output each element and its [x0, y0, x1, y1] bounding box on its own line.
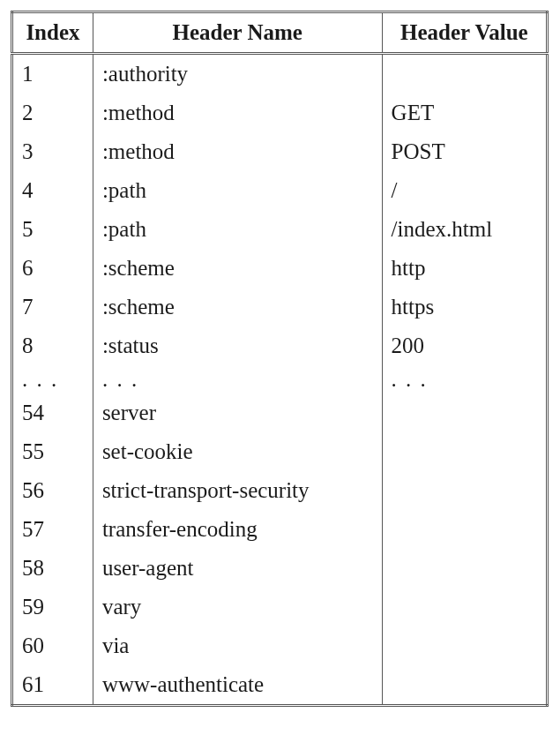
cell-header-value: [382, 394, 547, 432]
cell-index: . . .: [12, 365, 93, 394]
cell-header-value: [382, 626, 547, 665]
cell-index: 54: [12, 394, 93, 432]
cell-index: 8: [12, 326, 93, 365]
cell-header-name: vary: [93, 588, 382, 626]
table-row: 4:path/: [12, 171, 548, 210]
cell-header-value: [382, 665, 547, 706]
cell-index: 6: [12, 249, 93, 288]
table-row: . . . . . .. . .: [12, 365, 548, 394]
header-index: Index: [12, 12, 93, 54]
cell-index: 2: [12, 94, 93, 132]
cell-header-value: https: [382, 288, 547, 326]
cell-header-name: server: [93, 394, 382, 432]
table-row: 60via: [12, 626, 548, 665]
cell-index: 56: [12, 471, 93, 510]
static-header-table: Index Header Name Header Value 1:authori…: [11, 11, 549, 707]
cell-index: 5: [12, 210, 93, 249]
table-body: 1:authority2:methodGET3:methodPOST4:path…: [12, 54, 548, 706]
cell-index: 59: [12, 588, 93, 626]
table-row: 61www-authenticate: [12, 665, 548, 706]
cell-header-name: user-agent: [93, 549, 382, 588]
cell-header-value: [382, 549, 547, 588]
table-row: 57transfer-encoding: [12, 510, 548, 549]
cell-header-value: /: [382, 171, 547, 210]
cell-index: 4: [12, 171, 93, 210]
cell-header-name: set-cookie: [93, 432, 382, 471]
table-row: 1:authority: [12, 54, 548, 94]
cell-header-value: http: [382, 249, 547, 288]
header-value: Header Value: [382, 12, 547, 54]
cell-index: 3: [12, 132, 93, 171]
cell-header-name: :status: [93, 326, 382, 365]
cell-index: 57: [12, 510, 93, 549]
cell-header-value: [382, 54, 547, 94]
cell-header-value: [382, 471, 547, 510]
table-row: 56strict-transport-security: [12, 471, 548, 510]
cell-header-value: 200: [382, 326, 547, 365]
cell-header-name: transfer-encoding: [93, 510, 382, 549]
table-row: 7:schemehttps: [12, 288, 548, 326]
cell-index: 1: [12, 54, 93, 94]
table-row: 5:path/index.html: [12, 210, 548, 249]
table-row: 58user-agent: [12, 549, 548, 588]
cell-header-value: [382, 588, 547, 626]
table-row: 2:methodGET: [12, 94, 548, 132]
table-row: 55set-cookie: [12, 432, 548, 471]
cell-header-name: :authority: [93, 54, 382, 94]
cell-header-name: via: [93, 626, 382, 665]
cell-index: 55: [12, 432, 93, 471]
cell-index: 58: [12, 549, 93, 588]
cell-header-name: :path: [93, 171, 382, 210]
cell-header-name: :method: [93, 94, 382, 132]
table-row: 6:schemehttp: [12, 249, 548, 288]
cell-header-name: strict-transport-security: [93, 471, 382, 510]
cell-index: 7: [12, 288, 93, 326]
table-row: 59vary: [12, 588, 548, 626]
cell-header-name: :scheme: [93, 288, 382, 326]
cell-header-value: . . .: [382, 365, 547, 394]
cell-header-value: POST: [382, 132, 547, 171]
cell-index: 60: [12, 626, 93, 665]
table-header-row: Index Header Name Header Value: [12, 12, 548, 54]
cell-header-value: [382, 432, 547, 471]
cell-header-value: GET: [382, 94, 547, 132]
table-row: 54server: [12, 394, 548, 432]
header-name: Header Name: [93, 12, 382, 54]
table-row: 3:methodPOST: [12, 132, 548, 171]
cell-header-name: :method: [93, 132, 382, 171]
cell-header-name: :path: [93, 210, 382, 249]
cell-header-value: [382, 510, 547, 549]
cell-header-name: . . .: [93, 365, 382, 394]
cell-index: 61: [12, 665, 93, 706]
cell-header-name: www-authenticate: [93, 665, 382, 706]
cell-header-name: :scheme: [93, 249, 382, 288]
cell-header-value: /index.html: [382, 210, 547, 249]
table-row: 8:status200: [12, 326, 548, 365]
